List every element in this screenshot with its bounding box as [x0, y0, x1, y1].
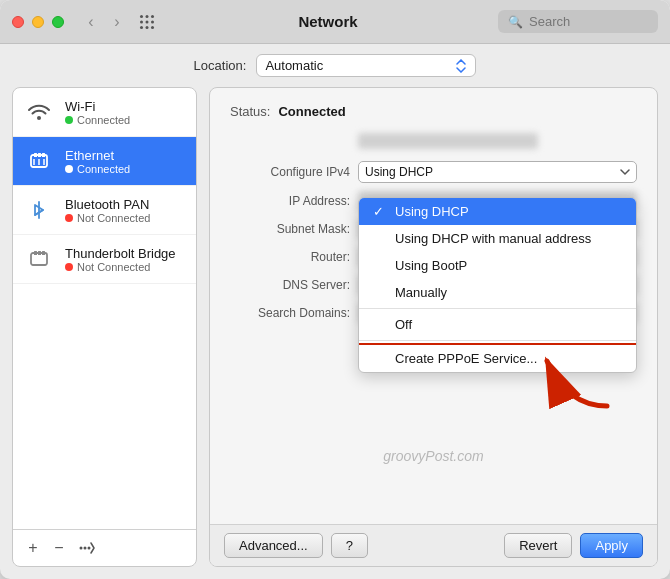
ethernet-item-text: Ethernet Connected: [65, 148, 130, 175]
subnet-mask-label: Subnet Mask:: [230, 222, 350, 236]
dns-server-label: DNS Server:: [230, 278, 350, 292]
blurred-info: [358, 133, 538, 149]
location-value: Automatic: [265, 58, 451, 73]
bluetooth-item-text: Bluetooth PAN Not Connected: [65, 197, 150, 224]
search-domains-label: Search Domains:: [230, 306, 350, 320]
thunderbolt-item-text: Thunderbolt Bridge Not Connected: [65, 246, 176, 273]
traffic-lights: [12, 16, 64, 28]
svg-point-21: [84, 547, 87, 550]
dropdown-item-bootp-label: Using BootP: [395, 258, 467, 273]
svg-point-6: [140, 26, 143, 29]
ethernet-item-status: Connected: [65, 163, 130, 175]
panel-footer: Advanced... ? Revert Apply: [210, 524, 657, 566]
bluetooth-status-dot: [65, 214, 73, 222]
svg-point-3: [140, 20, 143, 23]
configure-ipv4-value: Using DHCP: [365, 165, 620, 179]
window-title: Network: [158, 13, 498, 30]
revert-button[interactable]: Revert: [504, 533, 572, 558]
sidebar-list: Wi-Fi Connected: [13, 88, 196, 529]
footer-right: Revert Apply: [504, 533, 643, 558]
help-button[interactable]: ?: [331, 533, 368, 558]
bluetooth-item-status: Not Connected: [65, 212, 150, 224]
status-row: Status: Connected: [230, 104, 637, 119]
sidebar: Wi-Fi Connected: [12, 87, 197, 567]
panel-content: Status: Connected Configure IPv4 Using D…: [210, 88, 657, 524]
app-grid-icon[interactable]: [136, 11, 158, 33]
svg-rect-11: [38, 153, 41, 157]
configure-dropdown-menu: ✓ Using DHCP Using DHCP with manual addr…: [358, 197, 637, 373]
svg-rect-12: [42, 153, 45, 157]
dropdown-item-off[interactable]: Off: [359, 311, 636, 338]
advanced-button[interactable]: Advanced...: [224, 533, 323, 558]
dropdown-item-off-label: Off: [395, 317, 412, 332]
window: ‹ › Network 🔍 Location: Automatic: [0, 0, 670, 579]
close-button[interactable]: [12, 16, 24, 28]
ethernet-item-name: Ethernet: [65, 148, 130, 163]
thunderbolt-status-dot: [65, 263, 73, 271]
dropdown-item-dhcp-manual-label: Using DHCP with manual address: [395, 231, 591, 246]
thunderbolt-item-name: Thunderbolt Bridge: [65, 246, 176, 261]
svg-point-22: [88, 547, 91, 550]
search-input[interactable]: [529, 14, 648, 29]
svg-point-1: [146, 15, 149, 18]
remove-network-button[interactable]: −: [47, 536, 71, 560]
search-bar[interactable]: 🔍: [498, 10, 658, 33]
minimize-button[interactable]: [32, 16, 44, 28]
configure-ipv4-dropdown[interactable]: Using DHCP: [358, 161, 637, 183]
ethernet-status-dot: [65, 165, 73, 173]
sidebar-item-thunderbolt[interactable]: Thunderbolt Bridge Not Connected: [13, 235, 196, 284]
wifi-item-name: Wi-Fi: [65, 99, 130, 114]
bluetooth-icon: [23, 194, 55, 226]
wifi-icon: [23, 96, 55, 128]
dropdown-separator-2: [359, 340, 636, 341]
dropdown-item-create-pppoe[interactable]: Create PPPoE Service...: [359, 343, 636, 372]
wifi-status-dot: [65, 116, 73, 124]
sidebar-item-ethernet[interactable]: Ethernet Connected: [13, 137, 196, 186]
svg-rect-20: [42, 251, 45, 255]
dropdown-item-manually[interactable]: Manually: [359, 279, 636, 306]
forward-button[interactable]: ›: [106, 11, 128, 33]
nav-buttons: ‹ ›: [80, 11, 128, 33]
router-label: Router:: [230, 250, 350, 264]
search-icon: 🔍: [508, 15, 523, 29]
dropdown-separator: [359, 308, 636, 309]
more-options-button[interactable]: [73, 536, 97, 560]
svg-point-7: [146, 26, 149, 29]
svg-point-23: [80, 547, 83, 550]
location-bar: Location: Automatic: [0, 44, 670, 87]
svg-rect-18: [34, 251, 37, 255]
ip-address-label: IP Address:: [230, 194, 350, 208]
svg-point-0: [140, 15, 143, 18]
panel-footer-left: Advanced... ?: [224, 533, 368, 558]
checkmark-icon: ✓: [373, 204, 387, 219]
dropdown-item-manually-label: Manually: [395, 285, 447, 300]
sidebar-item-bluetooth[interactable]: Bluetooth PAN Not Connected: [13, 186, 196, 235]
status-label: Status:: [230, 104, 270, 119]
location-arrow-icon: [455, 59, 467, 73]
configure-ipv4-row: Configure IPv4 Using DHCP ✓ Using DHCP: [230, 161, 637, 183]
svg-point-4: [146, 20, 149, 23]
dropdown-item-bootp[interactable]: Using BootP: [359, 252, 636, 279]
location-dropdown[interactable]: Automatic: [256, 54, 476, 77]
right-panel: Status: Connected Configure IPv4 Using D…: [209, 87, 658, 567]
back-button[interactable]: ‹: [80, 11, 102, 33]
svg-rect-19: [38, 251, 41, 255]
sidebar-footer: + −: [13, 529, 196, 566]
location-label: Location:: [194, 58, 247, 73]
configure-ipv4-label: Configure IPv4: [230, 165, 350, 179]
svg-point-5: [151, 20, 154, 23]
dropdown-item-dhcp-manual[interactable]: Using DHCP with manual address: [359, 225, 636, 252]
svg-point-2: [151, 15, 154, 18]
add-network-button[interactable]: +: [21, 536, 45, 560]
sidebar-item-wifi[interactable]: Wi-Fi Connected: [13, 88, 196, 137]
dropdown-item-pppoe-label: Create PPPoE Service...: [395, 351, 537, 366]
maximize-button[interactable]: [52, 16, 64, 28]
apply-button[interactable]: Apply: [580, 533, 643, 558]
svg-point-8: [151, 26, 154, 29]
thunderbolt-icon: [23, 243, 55, 275]
dropdown-item-using-dhcp[interactable]: ✓ Using DHCP: [359, 198, 636, 225]
wifi-item-text: Wi-Fi Connected: [65, 99, 130, 126]
thunderbolt-item-status: Not Connected: [65, 261, 176, 273]
watermark: groovyPost.com: [383, 448, 483, 464]
dropdown-item-using-dhcp-label: Using DHCP: [395, 204, 469, 219]
